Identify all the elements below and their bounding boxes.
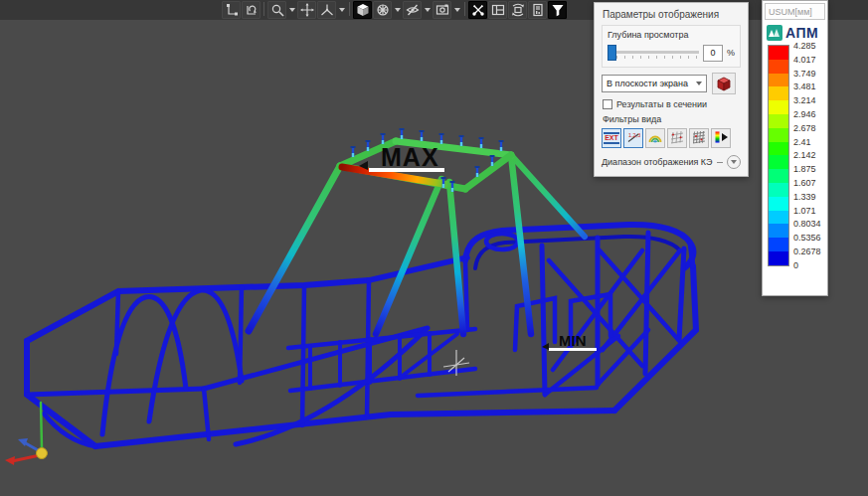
legend-value: 3.214 [793, 95, 816, 105]
legend-band [769, 183, 788, 197]
filter-arch-button[interactable] [645, 128, 665, 148]
mesh-icon [670, 130, 684, 146]
plane-select[interactable]: В плоскости экрана [602, 75, 707, 92]
legend-scale: 4.2854.0173.7493.4813.2142.9462.6782.412… [768, 45, 827, 269]
legend-band [769, 86, 788, 100]
depth-value-input[interactable]: 0 [703, 45, 723, 62]
legend-header: USUM[мм] [765, 3, 825, 20]
chassis-frame [27, 225, 696, 446]
legend-value: 3.481 [793, 82, 816, 91]
max-arrow-icon [359, 161, 368, 170]
legend-value: 0 [793, 260, 798, 270]
legend-value: 1.607 [793, 178, 816, 188]
legend-value: 2.946 [793, 109, 816, 119]
legend-band [769, 169, 788, 183]
min-label: MIN [559, 332, 587, 349]
legend-band [769, 211, 788, 225]
legend-band [769, 74, 788, 87]
view-filters: EXT1,2,3 [602, 128, 741, 148]
min-marker: MIN [559, 332, 587, 349]
fe-range-label: Диапазон отображения КЭ [602, 157, 713, 167]
legend-value: 2.678 [793, 123, 816, 133]
fe-range-toggle[interactable] [727, 155, 741, 169]
red-cube-icon [716, 77, 732, 91]
origin-axes-icon [5, 403, 48, 465]
legend-band [769, 251, 788, 265]
slider-ticks [608, 56, 698, 59]
filter-mesh-dense-button[interactable] [689, 128, 709, 148]
max-marker: MAX [381, 143, 439, 172]
depth-unit-label: % [727, 48, 735, 58]
panel-title: Параметры отображения [603, 9, 741, 20]
legend-band [769, 155, 788, 169]
result-legend: USUM[мм] АПМ 4.2854.0173.7493.4813.2142.… [762, 0, 828, 296]
divider [717, 162, 723, 163]
filter-palette-button[interactable] [711, 128, 731, 148]
svg-text:1,2,3: 1,2,3 [628, 132, 640, 138]
depth-group: Глубина просмотра 0 % [602, 25, 741, 68]
legend-value: 1.071 [793, 206, 816, 216]
arch-icon [647, 130, 663, 146]
legend-value: 0.8034 [793, 219, 821, 229]
min-arrow-icon [542, 343, 549, 350]
display-parameters-panel: Параметры отображения Глубина просмотра … [594, 2, 749, 177]
apm-logo-icon [767, 25, 782, 41]
legend-value: 4.285 [793, 41, 816, 51]
max-underline [369, 168, 444, 172]
legend-value: 0.2678 [793, 247, 821, 256]
ext-icon: EXT [604, 132, 619, 144]
filters-label: Фильтры вида [603, 114, 741, 124]
legend-value: 4.017 [793, 55, 816, 65]
plane-select-value: В плоскости экрана [607, 79, 688, 88]
section-cube-button[interactable] [712, 73, 736, 94]
legend-value: 1.875 [793, 164, 816, 174]
legend-value: 2.142 [793, 150, 816, 160]
legend-value: 1.339 [793, 192, 816, 202]
legend-value: 3.749 [793, 69, 816, 79]
depth-slider[interactable] [608, 44, 699, 62]
chevron-down-icon [731, 160, 737, 164]
palette-icon [714, 130, 729, 146]
legend-value: 0.5356 [793, 233, 821, 243]
legend-colorbar [768, 45, 789, 266]
nodes-icon: 1,2,3 [626, 130, 640, 146]
depth-label: Глубина просмотра [608, 30, 735, 40]
legend-band [769, 60, 788, 74]
legend-band [769, 46, 788, 60]
min-underline [549, 348, 597, 351]
section-results-label: Результаты в сечении [616, 99, 707, 109]
legend-band [769, 224, 788, 238]
checkbox-icon[interactable] [603, 99, 612, 109]
legend-band [769, 238, 788, 251]
legend-value: 2.41 [793, 137, 811, 147]
chevron-down-icon [696, 82, 702, 85]
fe-range-row: Диапазон отображения КЭ [602, 155, 741, 169]
max-label: MAX [381, 143, 439, 171]
legend-band [769, 128, 788, 142]
legend-band [769, 142, 788, 156]
filter-ext-button[interactable]: EXT [602, 128, 621, 148]
legend-band [769, 114, 788, 128]
slider-handle[interactable] [608, 45, 616, 61]
mesh-dense-icon [692, 130, 706, 146]
filter-nodes-button[interactable]: 1,2,3 [623, 128, 643, 148]
legend-band [769, 100, 788, 114]
filter-mesh-button[interactable] [667, 128, 687, 148]
section-results-checkbox[interactable]: Результаты в сечении [603, 99, 741, 109]
apm-brand-text: АПМ [785, 25, 818, 41]
legend-band [769, 197, 788, 211]
slider-track[interactable] [608, 51, 699, 54]
